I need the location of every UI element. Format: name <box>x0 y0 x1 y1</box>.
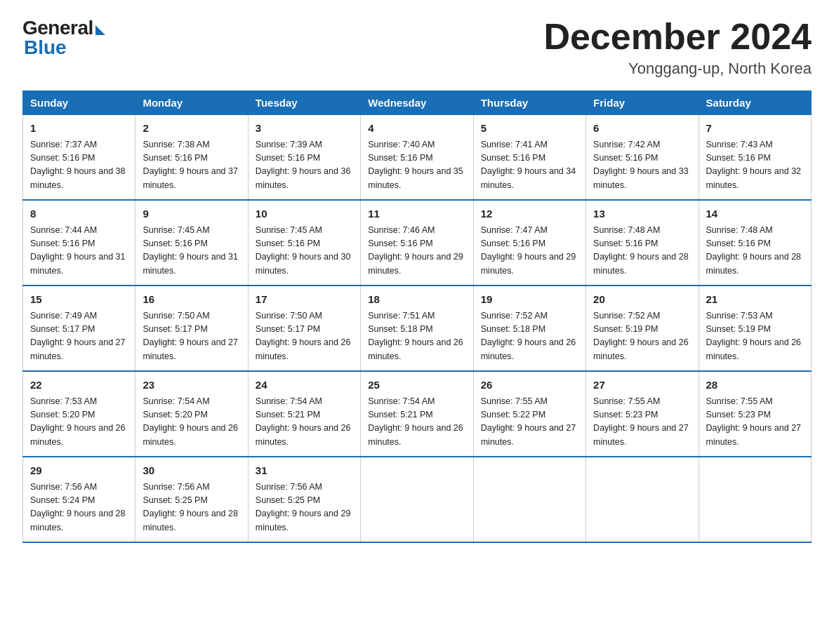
day-info: Sunrise: 7:37 AMSunset: 5:16 PMDaylight:… <box>30 138 128 193</box>
location-title: Yonggang-up, North Korea <box>543 60 812 78</box>
calendar-cell: 5Sunrise: 7:41 AMSunset: 5:16 PMDaylight… <box>473 115 585 201</box>
day-info: Sunrise: 7:55 AMSunset: 5:23 PMDaylight:… <box>706 395 804 450</box>
day-number: 23 <box>143 377 240 394</box>
day-info: Sunrise: 7:38 AMSunset: 5:16 PMDaylight:… <box>143 138 240 193</box>
header-saturday: Saturday <box>699 91 811 115</box>
calendar-cell: 24Sunrise: 7:54 AMSunset: 5:21 PMDayligh… <box>248 371 360 457</box>
day-info: Sunrise: 7:41 AMSunset: 5:16 PMDaylight:… <box>481 138 578 193</box>
calendar-cell: 7Sunrise: 7:43 AMSunset: 5:16 PMDaylight… <box>699 115 811 201</box>
day-number: 24 <box>256 377 353 394</box>
calendar-cell: 16Sunrise: 7:50 AMSunset: 5:17 PMDayligh… <box>135 286 248 371</box>
day-info: Sunrise: 7:54 AMSunset: 5:20 PMDaylight:… <box>143 395 240 450</box>
calendar-cell: 21Sunrise: 7:53 AMSunset: 5:19 PMDayligh… <box>699 286 811 371</box>
header-sunday: Sunday <box>23 91 135 115</box>
calendar-cell: 15Sunrise: 7:49 AMSunset: 5:17 PMDayligh… <box>23 286 135 371</box>
day-number: 21 <box>706 292 804 308</box>
calendar-cell: 29Sunrise: 7:56 AMSunset: 5:24 PMDayligh… <box>23 457 135 542</box>
day-number: 12 <box>481 206 578 222</box>
day-number: 4 <box>368 121 465 137</box>
month-title: December 2024 <box>543 17 812 57</box>
day-info: Sunrise: 7:56 AMSunset: 5:24 PMDaylight:… <box>30 481 128 535</box>
calendar-cell <box>699 457 811 542</box>
day-info: Sunrise: 7:51 AMSunset: 5:18 PMDaylight:… <box>368 309 465 364</box>
day-info: Sunrise: 7:56 AMSunset: 5:25 PMDaylight:… <box>256 481 353 535</box>
day-number: 20 <box>593 292 691 308</box>
calendar-cell: 28Sunrise: 7:55 AMSunset: 5:23 PMDayligh… <box>699 371 811 457</box>
week-row-5: 29Sunrise: 7:56 AMSunset: 5:24 PMDayligh… <box>23 457 812 542</box>
calendar-cell <box>586 457 699 542</box>
day-number: 29 <box>30 463 128 479</box>
calendar-cell: 25Sunrise: 7:54 AMSunset: 5:21 PMDayligh… <box>361 371 473 457</box>
header-friday: Friday <box>586 91 699 115</box>
calendar-body: 1Sunrise: 7:37 AMSunset: 5:16 PMDaylight… <box>23 115 812 543</box>
day-number: 1 <box>30 121 128 137</box>
calendar-cell: 2Sunrise: 7:38 AMSunset: 5:16 PMDaylight… <box>135 115 248 201</box>
day-info: Sunrise: 7:39 AMSunset: 5:16 PMDaylight:… <box>256 138 353 193</box>
logo-blue-text: Blue <box>24 36 67 59</box>
day-info: Sunrise: 7:45 AMSunset: 5:16 PMDaylight:… <box>256 224 353 279</box>
day-number: 7 <box>706 121 804 137</box>
day-number: 9 <box>143 206 240 222</box>
calendar-cell: 19Sunrise: 7:52 AMSunset: 5:18 PMDayligh… <box>473 286 585 371</box>
day-info: Sunrise: 7:55 AMSunset: 5:23 PMDaylight:… <box>593 395 691 450</box>
header-tuesday: Tuesday <box>248 91 360 115</box>
day-info: Sunrise: 7:53 AMSunset: 5:19 PMDaylight:… <box>706 309 804 364</box>
calendar-cell: 10Sunrise: 7:45 AMSunset: 5:16 PMDayligh… <box>248 200 360 286</box>
day-number: 26 <box>481 377 578 394</box>
calendar-cell: 20Sunrise: 7:52 AMSunset: 5:19 PMDayligh… <box>586 286 699 371</box>
day-number: 14 <box>706 206 804 222</box>
day-info: Sunrise: 7:48 AMSunset: 5:16 PMDaylight:… <box>593 224 691 279</box>
day-number: 10 <box>256 206 353 222</box>
calendar-cell: 12Sunrise: 7:47 AMSunset: 5:16 PMDayligh… <box>473 200 585 286</box>
calendar-cell: 18Sunrise: 7:51 AMSunset: 5:18 PMDayligh… <box>361 286 473 371</box>
day-number: 19 <box>481 292 578 308</box>
day-number: 5 <box>481 121 578 137</box>
calendar-cell <box>473 457 585 542</box>
day-info: Sunrise: 7:50 AMSunset: 5:17 PMDaylight:… <box>143 309 240 364</box>
day-info: Sunrise: 7:48 AMSunset: 5:16 PMDaylight:… <box>706 224 804 279</box>
header: General Blue December 2024 Yonggang-up, … <box>22 17 812 78</box>
week-row-2: 8Sunrise: 7:44 AMSunset: 5:16 PMDaylight… <box>23 200 812 286</box>
calendar-cell: 13Sunrise: 7:48 AMSunset: 5:16 PMDayligh… <box>586 200 699 286</box>
calendar-cell: 31Sunrise: 7:56 AMSunset: 5:25 PMDayligh… <box>248 457 360 542</box>
day-number: 25 <box>368 377 465 394</box>
day-info: Sunrise: 7:53 AMSunset: 5:20 PMDaylight:… <box>30 395 128 450</box>
day-info: Sunrise: 7:50 AMSunset: 5:17 PMDaylight:… <box>256 309 353 364</box>
day-number: 16 <box>143 292 240 308</box>
day-info: Sunrise: 7:47 AMSunset: 5:16 PMDaylight:… <box>481 224 578 279</box>
day-info: Sunrise: 7:43 AMSunset: 5:16 PMDaylight:… <box>706 138 804 193</box>
calendar-cell: 30Sunrise: 7:56 AMSunset: 5:25 PMDayligh… <box>135 457 248 542</box>
day-number: 6 <box>593 121 691 137</box>
day-info: Sunrise: 7:52 AMSunset: 5:19 PMDaylight:… <box>593 309 691 364</box>
day-info: Sunrise: 7:49 AMSunset: 5:17 PMDaylight:… <box>30 309 128 364</box>
title-block: December 2024 Yonggang-up, North Korea <box>543 17 812 78</box>
calendar-cell: 6Sunrise: 7:42 AMSunset: 5:16 PMDaylight… <box>586 115 699 201</box>
header-wednesday: Wednesday <box>361 91 473 115</box>
day-number: 18 <box>368 292 465 308</box>
day-number: 30 <box>143 463 240 479</box>
logo: General Blue <box>22 17 105 59</box>
day-info: Sunrise: 7:54 AMSunset: 5:21 PMDaylight:… <box>256 395 353 450</box>
day-info: Sunrise: 7:40 AMSunset: 5:16 PMDaylight:… <box>368 138 465 193</box>
day-number: 15 <box>30 292 128 308</box>
day-info: Sunrise: 7:56 AMSunset: 5:25 PMDaylight:… <box>143 481 240 535</box>
calendar-cell: 17Sunrise: 7:50 AMSunset: 5:17 PMDayligh… <box>248 286 360 371</box>
day-number: 22 <box>30 377 128 394</box>
header-monday: Monday <box>135 91 248 115</box>
calendar-table: SundayMondayTuesdayWednesdayThursdayFrid… <box>22 90 812 543</box>
calendar-cell: 26Sunrise: 7:55 AMSunset: 5:22 PMDayligh… <box>473 371 585 457</box>
week-row-1: 1Sunrise: 7:37 AMSunset: 5:16 PMDaylight… <box>23 115 812 201</box>
calendar-cell: 11Sunrise: 7:46 AMSunset: 5:16 PMDayligh… <box>361 200 473 286</box>
day-number: 31 <box>256 463 353 479</box>
calendar-header: SundayMondayTuesdayWednesdayThursdayFrid… <box>23 91 812 115</box>
calendar-cell: 4Sunrise: 7:40 AMSunset: 5:16 PMDaylight… <box>361 115 473 201</box>
day-number: 11 <box>368 206 465 222</box>
calendar-cell: 14Sunrise: 7:48 AMSunset: 5:16 PMDayligh… <box>699 200 811 286</box>
day-info: Sunrise: 7:42 AMSunset: 5:16 PMDaylight:… <box>593 138 691 193</box>
day-number: 28 <box>706 377 804 394</box>
day-number: 3 <box>256 121 353 137</box>
day-number: 17 <box>256 292 353 308</box>
calendar-cell: 22Sunrise: 7:53 AMSunset: 5:20 PMDayligh… <box>23 371 135 457</box>
calendar-cell: 23Sunrise: 7:54 AMSunset: 5:20 PMDayligh… <box>135 371 248 457</box>
day-info: Sunrise: 7:45 AMSunset: 5:16 PMDaylight:… <box>143 224 240 279</box>
